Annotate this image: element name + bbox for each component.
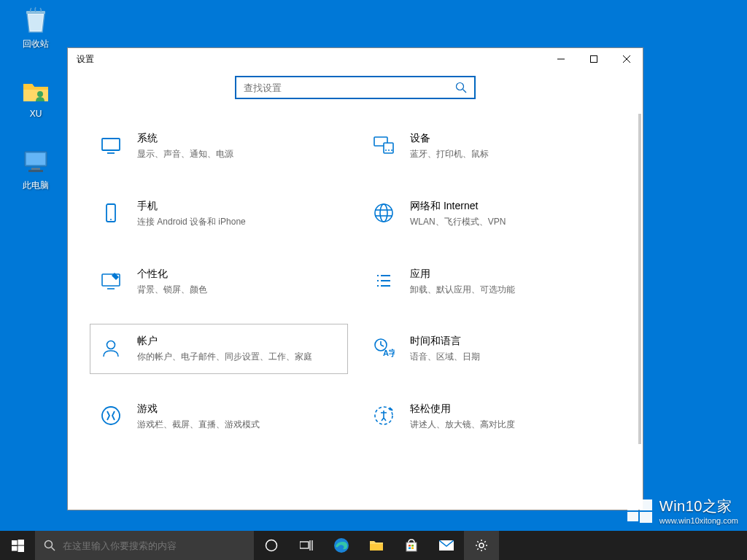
svg-rect-15 <box>384 143 393 153</box>
search-input[interactable] <box>244 82 455 93</box>
watermark-title: Win10之家 <box>659 497 732 516</box>
svg-line-70 <box>477 548 479 550</box>
svg-rect-45 <box>12 540 18 545</box>
settings-search[interactable] <box>235 76 476 99</box>
tile-title: 网络和 Internet <box>410 200 613 213</box>
svg-point-20 <box>110 219 112 220</box>
watermark-url: www.win10xitong.com <box>659 516 738 525</box>
scrollbar[interactable] <box>638 114 641 502</box>
taskbar-search-input[interactable] <box>63 540 245 551</box>
svg-point-51 <box>266 540 277 551</box>
cortana-icon[interactable] <box>254 531 289 560</box>
desktop-icon-user-folder[interactable]: XU <box>10 77 61 119</box>
svg-point-17 <box>388 149 390 151</box>
tile-title: 应用 <box>410 268 613 281</box>
tile-desc: 讲述人、放大镜、高对比度 <box>410 419 613 431</box>
settings-grid: 系统显示、声音、通知、电源设备蓝牙、打印机、鼠标手机连接 Android 设备和… <box>82 121 628 442</box>
search-icon <box>455 82 467 93</box>
desktop-icon-label: XU <box>30 109 42 119</box>
tile-desc: 背景、锁屏、颜色 <box>137 284 340 296</box>
svg-rect-7 <box>590 56 597 63</box>
svg-rect-57 <box>406 542 417 551</box>
start-button[interactable] <box>0 531 35 560</box>
desktop-icon-label: 回收站 <box>23 38 49 50</box>
apps-icon <box>371 268 397 294</box>
maximize-button[interactable] <box>577 48 610 70</box>
svg-line-36 <box>381 345 384 346</box>
svg-rect-44 <box>640 512 652 523</box>
personalization-icon <box>98 268 124 294</box>
tile-accounts[interactable]: 帐户你的帐户、电子邮件、同步设置、工作、家庭 <box>90 324 348 374</box>
svg-point-63 <box>479 543 484 548</box>
tile-desc: 显示、声音、通知、电源 <box>137 148 340 160</box>
folder-icon <box>21 77 50 106</box>
tile-apps[interactable]: 应用卸载、默认应用、可选功能 <box>363 257 621 307</box>
svg-point-33 <box>107 341 115 349</box>
svg-point-18 <box>391 149 392 151</box>
tile-personalization[interactable]: 个性化背景、锁屏、颜色 <box>90 257 348 307</box>
svg-rect-3 <box>26 153 45 165</box>
time-language-icon: A字 <box>371 335 397 361</box>
tile-title: 系统 <box>137 132 340 145</box>
svg-rect-43 <box>627 512 638 521</box>
taskbar <box>0 531 747 560</box>
settings-taskbar-icon[interactable] <box>464 531 499 560</box>
edge-icon[interactable] <box>324 531 359 560</box>
recycle-bin-icon <box>21 6 50 35</box>
tile-time-language[interactable]: A字时间和语言语音、区域、日期 <box>363 324 621 374</box>
scrollbar-thumb[interactable] <box>638 114 641 444</box>
ease-of-access-icon <box>371 402 397 429</box>
svg-rect-12 <box>102 139 120 150</box>
system-icon <box>98 132 124 158</box>
file-explorer-icon[interactable] <box>359 531 394 560</box>
taskbar-search[interactable] <box>35 531 254 560</box>
window-title: 设置 <box>77 53 544 66</box>
close-button[interactable] <box>610 48 643 70</box>
svg-rect-4 <box>31 168 40 170</box>
tile-desc: 蓝牙、打印机、鼠标 <box>410 148 613 160</box>
store-icon[interactable] <box>394 531 429 560</box>
svg-line-68 <box>477 541 479 542</box>
minimize-button[interactable] <box>544 48 577 70</box>
svg-line-69 <box>484 548 486 550</box>
gaming-icon <box>98 402 124 429</box>
tile-phone[interactable]: 手机连接 Android 设备和 iPhone <box>90 189 348 239</box>
tile-title: 帐户 <box>137 335 340 348</box>
tile-devices[interactable]: 设备蓝牙、打印机、鼠标 <box>363 121 621 171</box>
svg-rect-52 <box>300 542 309 548</box>
tile-system[interactable]: 系统显示、声音、通知、电源 <box>90 121 348 171</box>
task-view-icon[interactable] <box>289 531 324 560</box>
svg-point-21 <box>375 204 392 222</box>
tile-network[interactable]: 网络和 InternetWLAN、飞行模式、VPN <box>363 189 621 239</box>
svg-rect-59 <box>411 545 414 547</box>
svg-rect-41 <box>627 501 638 510</box>
titlebar: 设置 <box>68 48 643 70</box>
network-icon <box>371 200 397 226</box>
svg-rect-61 <box>411 548 414 550</box>
tile-desc: 卸载、默认应用、可选功能 <box>410 284 613 296</box>
desktop-icon-recycle-bin[interactable]: 回收站 <box>10 6 61 50</box>
tile-title: 设备 <box>410 132 613 145</box>
devices-icon <box>371 132 397 158</box>
svg-rect-47 <box>12 546 18 551</box>
accounts-icon <box>98 335 124 361</box>
mail-icon[interactable] <box>429 531 464 560</box>
svg-line-11 <box>463 90 467 93</box>
phone-icon <box>98 200 124 226</box>
tile-gaming[interactable]: 游戏游戏栏、截屏、直播、游戏模式 <box>90 392 348 442</box>
svg-rect-60 <box>409 548 411 550</box>
computer-icon <box>21 147 50 176</box>
tile-title: 时间和语言 <box>410 335 613 348</box>
desktop-icon-this-pc[interactable]: 此电脑 <box>10 147 61 192</box>
tile-title: 游戏 <box>137 402 340 416</box>
svg-point-16 <box>385 149 387 151</box>
desktop-icon-label: 此电脑 <box>23 179 49 192</box>
svg-point-22 <box>380 204 387 222</box>
tile-desc: 游戏栏、截屏、直播、游戏模式 <box>137 419 340 431</box>
tile-desc: 连接 Android 设备和 iPhone <box>137 216 340 228</box>
svg-rect-48 <box>18 545 24 552</box>
tile-ease-of-access[interactable]: 轻松使用讲述人、放大镜、高对比度 <box>363 392 621 442</box>
svg-line-50 <box>52 548 55 551</box>
svg-text:A字: A字 <box>383 349 395 357</box>
svg-point-38 <box>102 407 120 424</box>
